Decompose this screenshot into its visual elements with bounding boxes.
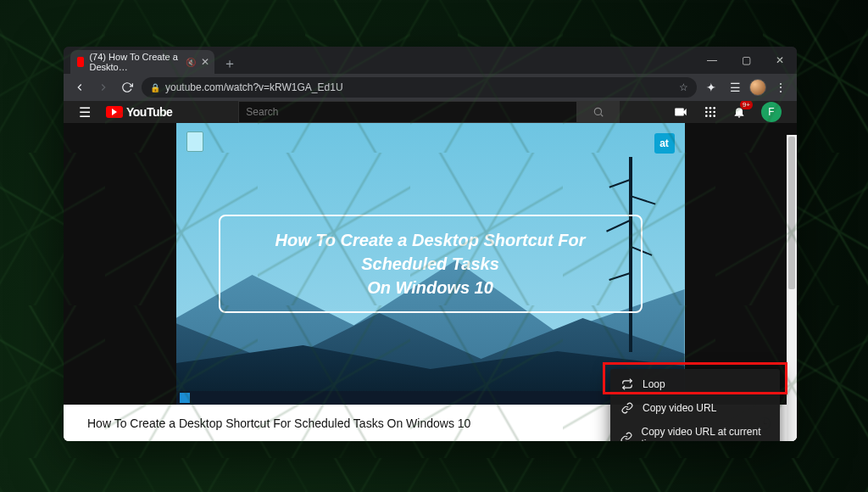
lock-icon: 🔒 bbox=[150, 83, 160, 92]
context-item-copy-url[interactable]: Copy video URL bbox=[610, 396, 780, 420]
page-content: ☰ YouTube bbox=[64, 101, 797, 441]
svg-point-9 bbox=[713, 115, 715, 117]
loop-icon bbox=[620, 378, 634, 390]
svg-point-8 bbox=[709, 115, 712, 117]
browser-toolbar: 🔒 youtube.com/watch?v=kRW1GA_Ed1U ☆ ✦ ☰ … bbox=[64, 74, 797, 101]
user-initial: F bbox=[768, 106, 774, 118]
youtube-logo-text: YouTube bbox=[126, 105, 172, 119]
svg-point-7 bbox=[705, 115, 708, 117]
extensions-icon[interactable]: ✦ bbox=[702, 78, 721, 97]
window-controls: — ▢ ✕ bbox=[695, 47, 797, 74]
context-item-loop[interactable]: Loop bbox=[610, 372, 780, 396]
chrome-window: (74) How To Create a Deskto… 🔇 ✕ ＋ — ▢ ✕ bbox=[64, 47, 797, 441]
notifications-icon[interactable]: 9+ bbox=[732, 105, 746, 119]
bookmark-icon[interactable]: ☆ bbox=[679, 81, 688, 93]
youtube-header: ☰ YouTube bbox=[64, 101, 797, 123]
tab-close-icon[interactable]: ✕ bbox=[201, 56, 209, 68]
page-scrollbar[interactable] bbox=[787, 135, 797, 441]
guide-menu-button[interactable]: ☰ bbox=[79, 104, 91, 120]
document-icon bbox=[186, 131, 203, 152]
youtube-play-icon bbox=[106, 106, 123, 118]
reading-list-icon[interactable]: ☰ bbox=[726, 78, 744, 97]
close-window-button[interactable]: ✕ bbox=[763, 47, 797, 74]
back-button[interactable] bbox=[70, 78, 89, 97]
video-taskbar-graphic bbox=[176, 391, 685, 405]
search-button[interactable] bbox=[577, 101, 620, 123]
svg-point-4 bbox=[705, 111, 708, 114]
desktop-wallpaper: (74) How To Create a Deskto… 🔇 ✕ ＋ — ▢ ✕ bbox=[0, 0, 868, 492]
new-tab-button[interactable]: ＋ bbox=[220, 53, 240, 74]
svg-point-0 bbox=[595, 108, 602, 115]
chrome-menu-icon[interactable]: ⋮ bbox=[771, 78, 790, 97]
svg-point-2 bbox=[709, 107, 712, 109]
profile-avatar[interactable] bbox=[749, 79, 766, 96]
maximize-button[interactable]: ▢ bbox=[729, 47, 763, 74]
tab-title: (74) How To Create a Deskto… bbox=[89, 52, 181, 72]
svg-point-6 bbox=[713, 111, 715, 114]
reload-button[interactable] bbox=[118, 78, 136, 97]
notification-badge: 9+ bbox=[740, 101, 753, 109]
video-player[interactable]: at How To Create a Desktop Shortcut For … bbox=[176, 123, 685, 405]
window-titlebar: (74) How To Create a Deskto… 🔇 ✕ ＋ — ▢ ✕ bbox=[64, 47, 797, 74]
forward-button[interactable] bbox=[94, 78, 113, 97]
video-overlay-title: How To Create a Desktop Shortcut For Sch… bbox=[219, 215, 643, 313]
address-bar[interactable]: 🔒 youtube.com/watch?v=kRW1GA_Ed1U ☆ bbox=[142, 77, 697, 98]
svg-point-3 bbox=[713, 107, 715, 109]
context-item-copy-url-time[interactable]: Copy video URL at current time bbox=[610, 420, 780, 441]
player-container: at How To Create a Desktop Shortcut For … bbox=[64, 123, 797, 405]
link-icon bbox=[620, 402, 634, 414]
link-icon bbox=[620, 432, 633, 441]
user-avatar[interactable]: F bbox=[761, 102, 782, 122]
browser-tab[interactable]: (74) How To Create a Deskto… 🔇 ✕ bbox=[70, 50, 214, 74]
search-input[interactable] bbox=[238, 101, 577, 123]
create-video-icon[interactable] bbox=[673, 104, 688, 120]
youtube-logo[interactable]: YouTube bbox=[106, 105, 172, 119]
svg-point-1 bbox=[705, 107, 708, 109]
svg-point-5 bbox=[709, 111, 712, 114]
video-title: How To Create a Desktop Shortcut For Sch… bbox=[87, 417, 470, 430]
apps-grid-icon[interactable] bbox=[704, 105, 717, 119]
youtube-search bbox=[238, 101, 620, 123]
video-context-menu: Loop Copy video URL Copy video URL at cu… bbox=[610, 369, 780, 441]
url-text: youtube.com/watch?v=kRW1GA_Ed1U bbox=[165, 81, 343, 93]
tab-muted-icon[interactable]: 🔇 bbox=[186, 58, 196, 67]
minimize-button[interactable]: — bbox=[695, 47, 729, 74]
at-logo-icon: at bbox=[654, 133, 675, 154]
youtube-favicon-icon bbox=[77, 57, 84, 67]
